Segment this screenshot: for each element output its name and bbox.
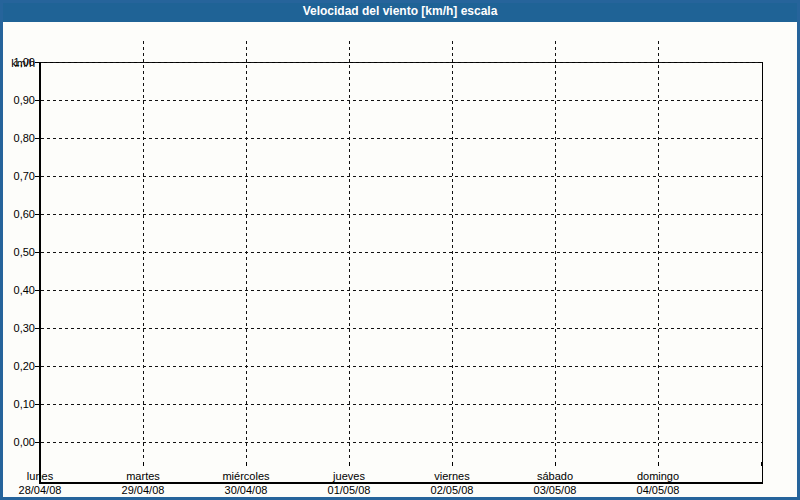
x-axis-tick — [452, 462, 453, 466]
y-tick-label: 0,90 — [0, 93, 35, 107]
v-grid-line — [555, 41, 556, 460]
x-axis-tick — [246, 462, 247, 466]
y-tick-label: 0,00 — [0, 435, 35, 449]
v-grid-line — [143, 41, 144, 460]
h-grid-line — [41, 176, 762, 177]
x-date-label: 04/05/08 — [606, 483, 710, 497]
y-axis-tick — [35, 290, 39, 291]
x-axis-tick — [40, 462, 41, 466]
x-day-label: miércoles — [194, 469, 298, 483]
y-tick-label: 0,80 — [0, 131, 35, 145]
x-date-label: 30/04/08 — [194, 483, 298, 497]
y-axis-tick — [35, 62, 39, 63]
y-axis-tick — [35, 404, 39, 405]
h-grid-line — [41, 442, 762, 443]
chart-title: Velocidad del viento [km/h] escala — [303, 4, 498, 18]
y-axis-tick — [35, 176, 39, 177]
x-axis-tick — [349, 462, 350, 466]
y-axis-tick — [35, 138, 39, 139]
y-tick-label: 0,30 — [0, 321, 35, 335]
h-grid-line — [41, 62, 762, 63]
v-grid-line — [452, 41, 453, 460]
chart-area: km/h 1,000,900,800,700,600,500,400,300,2… — [0, 22, 800, 500]
h-grid-line — [41, 252, 762, 253]
x-day-label: domingo — [606, 469, 710, 483]
x-date-label: 03/05/08 — [503, 483, 607, 497]
y-axis-tick — [35, 366, 39, 367]
chart-title-bar: Velocidad del viento [km/h] escala — [0, 0, 800, 22]
x-day-label: viernes — [400, 469, 504, 483]
y-axis-tick — [35, 442, 39, 443]
y-tick-label: 0,50 — [0, 245, 35, 259]
y-tick-label: 0,10 — [0, 397, 35, 411]
h-grid-line — [41, 290, 762, 291]
y-axis-tick — [35, 252, 39, 253]
x-date-label: 28/04/08 — [0, 483, 92, 497]
y-axis-tick — [35, 214, 39, 215]
y-tick-label: 0,40 — [0, 283, 35, 297]
y-tick-label: 1,00 — [0, 55, 35, 69]
chart-window: { "window": { "title": "Velocidad del vi… — [0, 0, 800, 500]
v-grid-line — [349, 41, 350, 460]
x-day-label: jueves — [297, 469, 401, 483]
v-grid-line — [246, 41, 247, 460]
y-axis-tick — [35, 100, 39, 101]
h-grid-line — [41, 366, 762, 367]
x-day-label: lunes — [0, 469, 92, 483]
x-axis-tick — [761, 462, 762, 466]
h-grid-line — [41, 214, 762, 215]
h-grid-line — [41, 138, 762, 139]
x-day-label: martes — [91, 469, 195, 483]
h-grid-line — [41, 404, 762, 405]
x-date-label: 02/05/08 — [400, 483, 504, 497]
h-grid-line — [41, 328, 762, 329]
y-axis-tick — [35, 328, 39, 329]
x-day-label: sábado — [503, 469, 607, 483]
x-axis-tick — [555, 462, 556, 466]
x-date-label: 29/04/08 — [91, 483, 195, 497]
x-axis-tick — [658, 462, 659, 466]
x-axis-tick — [143, 462, 144, 466]
y-tick-label: 0,70 — [0, 169, 35, 183]
y-tick-label: 0,60 — [0, 207, 35, 221]
plot-area — [39, 62, 763, 484]
v-grid-line — [658, 41, 659, 460]
x-date-label: 01/05/08 — [297, 483, 401, 497]
y-tick-label: 0,20 — [0, 359, 35, 373]
h-grid-line — [41, 100, 762, 101]
